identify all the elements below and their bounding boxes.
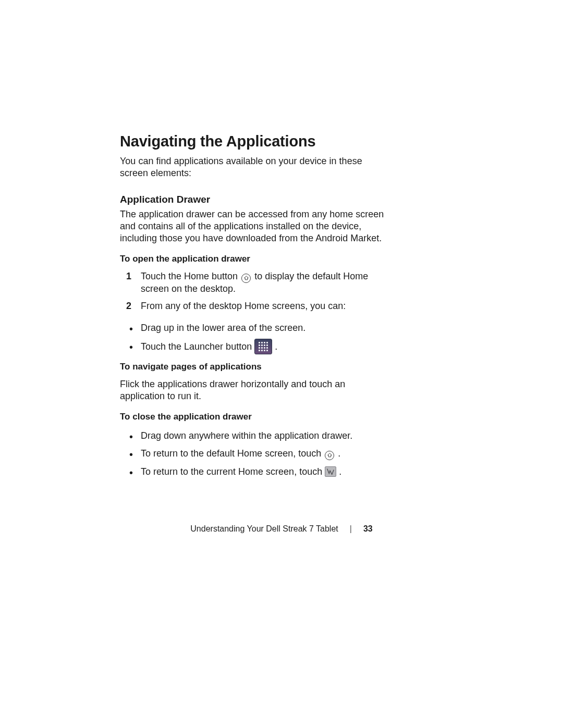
page-content: Navigating the Applications You can find… [120, 133, 386, 487]
bullet-text: . [275, 341, 277, 352]
open-step-2: 2 From any of the desktop Home screens, … [120, 300, 386, 312]
list-item: Drag up in the lower area of the screen. [120, 320, 386, 336]
intro-text: You can find applications available on y… [120, 155, 386, 179]
list-item: To return to the default Home screen, to… [120, 446, 386, 461]
home-icon [241, 274, 251, 283]
bullet-text: To return to the current Home screen, to… [141, 466, 325, 477]
section-title: Application Drawer [120, 194, 386, 205]
close-heading: To close the application drawer [120, 412, 386, 422]
bullet-text: To return to the default Home screen, to… [141, 448, 324, 459]
navigate-desc: Flick the applications drawer horizontal… [120, 378, 386, 402]
list-item: Drag down anywhere within the applicatio… [120, 428, 386, 443]
home-icon [325, 451, 334, 460]
page-number: 33 [363, 524, 373, 534]
bullet-text: . [339, 466, 341, 477]
current-home-icon [325, 466, 336, 477]
step-text: From any of the desktop Home screens, yo… [141, 301, 346, 311]
launcher-icon [254, 339, 272, 354]
open-bullets: Drag up in the lower area of the screen.… [120, 320, 386, 354]
open-step-1: 1 Touch the Home button to display the d… [120, 270, 386, 295]
step-number: 2 [126, 300, 131, 312]
section-desc: The application drawer can be accessed f… [120, 208, 386, 244]
footer-separator: | [350, 524, 352, 534]
page-heading: Navigating the Applications [120, 133, 386, 150]
open-heading: To open the application drawer [120, 254, 386, 264]
page-footer: Understanding Your Dell Streak 7 Tablet … [0, 524, 563, 534]
bullet-text: Drag up in the lower area of the screen. [141, 323, 305, 333]
bullet-text: Touch the Launcher button [141, 341, 254, 352]
open-steps: 1 Touch the Home button to display the d… [120, 270, 386, 312]
footer-title: Understanding Your Dell Streak 7 Tablet [190, 524, 338, 534]
bullet-text: . [338, 448, 340, 459]
list-item: Touch the Launcher button . [120, 339, 386, 354]
bullet-text: Drag down anywhere within the applicatio… [141, 430, 352, 441]
close-bullets: Drag down anywhere within the applicatio… [120, 428, 386, 479]
navigate-heading: To navigate pages of applications [120, 362, 386, 372]
step-number: 1 [126, 270, 131, 282]
list-item: To return to the current Home screen, to… [120, 464, 386, 479]
step-text: Touch the Home button [141, 271, 240, 281]
